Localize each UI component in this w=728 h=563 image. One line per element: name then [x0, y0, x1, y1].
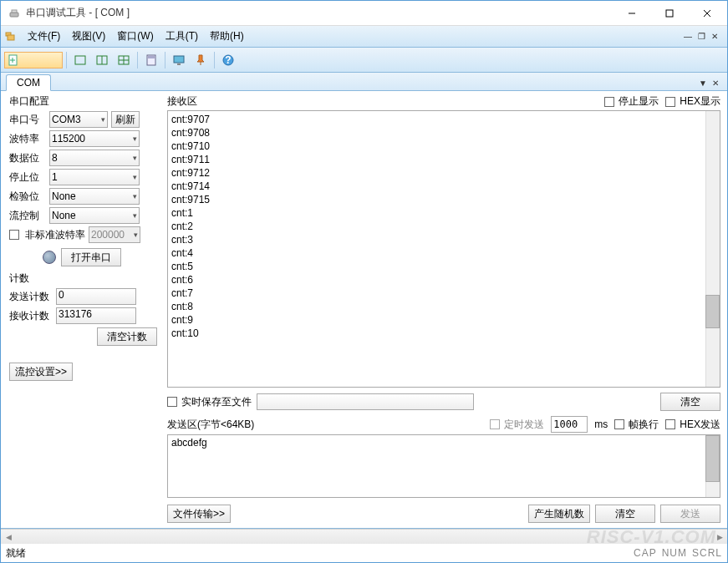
flow-ctrl-select[interactable]: None▾ — [49, 207, 140, 224]
menu-tool[interactable]: 工具(T) — [160, 28, 203, 45]
svg-rect-19 — [174, 56, 184, 63]
serial-config-title: 串口配置 — [9, 94, 157, 109]
save-to-file-label: 实时保存至文件 — [181, 395, 252, 409]
hex-send-checkbox[interactable] — [665, 419, 675, 429]
send-content: abcdefg — [171, 437, 207, 449]
nonstd-baud-checkbox[interactable] — [9, 230, 19, 240]
timed-send-unit: ms — [594, 418, 608, 430]
window-title: 串口调试工具 - [ COM ] — [26, 6, 613, 20]
receive-textarea[interactable]: cnt:9707 cnt:9708 cnt:9710 cnt:9711 cnt:… — [167, 110, 720, 388]
stop-bits-label: 停止位 — [9, 170, 46, 185]
tx-scrollbar[interactable] — [705, 435, 720, 497]
mdi-close-icon[interactable]: ✕ — [709, 31, 720, 43]
baud-select[interactable]: 115200▾ — [49, 130, 140, 147]
refresh-button[interactable]: 刷新 — [111, 111, 140, 128]
svg-text:?: ? — [225, 54, 231, 66]
toolbar-new-icon[interactable] — [4, 52, 63, 68]
timed-send-interval-input[interactable] — [551, 416, 588, 433]
status-bar: 就绪 CAP NUM SCRL — [1, 544, 727, 562]
menu-bar: 文件(F) 视图(V) 窗口(W) 工具(T) 帮助(H) — ❐ ✕ — [1, 26, 727, 48]
horizontal-scrollbar[interactable]: ◀ ▶ — [1, 529, 727, 544]
send-count-field[interactable]: 0 — [56, 288, 136, 305]
svg-rect-3 — [666, 10, 673, 17]
menu-app-icon — [4, 30, 18, 43]
gen-random-button[interactable]: 产生随机数 — [528, 505, 590, 523]
chevron-down-icon: ▾ — [133, 154, 137, 162]
flow-ctrl-label: 流控制 — [9, 209, 46, 223]
svg-rect-18 — [148, 56, 155, 58]
status-scrl: SCRL — [692, 547, 722, 559]
mdi-minimize-icon[interactable]: — — [682, 31, 694, 43]
right-panel: 接收区 停止显示 HEX显示 cnt:9707 cnt:9708 cnt:971… — [164, 91, 727, 528]
status-ready: 就绪 — [6, 546, 26, 560]
document-tab-row: COM ▼ ✕ — [1, 73, 727, 91]
toolbar-monitor-icon[interactable] — [169, 50, 189, 70]
tx-clear-button[interactable]: 清空 — [595, 505, 655, 523]
mdi-restore-icon[interactable]: ❐ — [695, 31, 707, 43]
chevron-down-icon: ▾ — [134, 231, 138, 239]
status-num: NUM — [662, 547, 687, 559]
svg-rect-11 — [75, 56, 85, 64]
status-caps: CAP — [634, 547, 657, 559]
save-to-file-checkbox[interactable] — [167, 397, 177, 407]
tab-com[interactable]: COM — [6, 74, 51, 91]
stop-display-label: 停止显示 — [619, 94, 659, 109]
send-button[interactable]: 发送 — [660, 505, 720, 523]
file-transfer-button[interactable]: 文件传输>> — [167, 505, 231, 523]
rx-title: 接收区 — [167, 94, 197, 109]
client-area: 串口配置 串口号 COM3▾ 刷新 波特率 115200▾ 数据位 8▾ 停止位… — [1, 91, 727, 529]
baud-label: 波特率 — [9, 132, 46, 146]
tab-close-icon[interactable]: ✕ — [712, 79, 722, 89]
toolbar-layout2-icon[interactable] — [92, 50, 112, 70]
port-select[interactable]: COM3▾ — [49, 111, 108, 128]
chevron-down-icon: ▾ — [133, 192, 137, 200]
hex-display-label: HEX显示 — [680, 94, 720, 109]
stop-display-checkbox[interactable] — [604, 97, 614, 107]
nonstd-baud-select: 200000▾ — [89, 226, 140, 243]
recv-count-field[interactable]: 313176 — [56, 307, 136, 324]
svg-rect-7 — [8, 35, 14, 40]
toolbar-help-icon[interactable]: ? — [218, 50, 238, 70]
flowctrl-settings-button[interactable]: 流控设置>> — [9, 363, 73, 381]
rx-scrollbar[interactable] — [705, 111, 720, 387]
menu-view[interactable]: 视图(V) — [67, 28, 110, 45]
linewrap-label: 帧换行 — [629, 418, 659, 432]
menu-help[interactable]: 帮助(H) — [205, 28, 249, 45]
maximize-button[interactable] — [650, 2, 688, 25]
tx-title: 发送区(字节<64KB) — [167, 418, 254, 432]
port-status-led-icon — [43, 251, 56, 264]
stop-bits-select[interactable]: 1▾ — [49, 169, 140, 185]
data-bits-select[interactable]: 8▾ — [49, 150, 140, 166]
rx-clear-button[interactable]: 清空 — [660, 393, 720, 411]
chevron-down-icon: ▾ — [133, 173, 137, 181]
toolbar-pin-icon[interactable] — [191, 50, 211, 70]
data-bits-label: 数据位 — [9, 151, 46, 165]
hscroll-right-icon[interactable]: ▶ — [712, 530, 727, 545]
left-panel: 串口配置 串口号 COM3▾ 刷新 波特率 115200▾ 数据位 8▾ 停止位… — [1, 91, 164, 528]
parity-select[interactable]: None▾ — [49, 188, 140, 205]
chevron-down-icon: ▾ — [133, 211, 137, 220]
close-button[interactable] — [688, 2, 725, 25]
hex-send-label: HEX发送 — [680, 418, 720, 432]
linewrap-checkbox[interactable] — [614, 419, 624, 429]
menu-window[interactable]: 窗口(W) — [112, 28, 158, 45]
minimize-button[interactable] — [613, 2, 650, 25]
send-textarea[interactable]: abcdefg — [167, 434, 720, 498]
toolbar-layout3-icon[interactable] — [114, 50, 134, 70]
toolbar-calc-icon[interactable] — [141, 50, 161, 70]
save-file-path-input[interactable] — [257, 393, 474, 410]
nonstd-baud-label: 非标准波特率 — [25, 228, 85, 242]
clear-counter-button[interactable]: 清空计数 — [97, 327, 157, 346]
parity-label: 检验位 — [9, 190, 46, 204]
menu-file[interactable]: 文件(F) — [23, 28, 65, 45]
hscroll-left-icon[interactable]: ◀ — [1, 530, 16, 545]
timed-send-checkbox[interactable] — [490, 419, 500, 429]
counter-title: 计数 — [9, 271, 157, 286]
toolbar-layout1-icon[interactable] — [70, 50, 90, 70]
tab-dropdown-icon[interactable]: ▼ — [699, 79, 709, 89]
hex-display-checkbox[interactable] — [665, 97, 675, 107]
open-port-button[interactable]: 打开串口 — [61, 248, 121, 266]
svg-rect-1 — [12, 10, 17, 13]
chevron-down-icon: ▾ — [101, 115, 105, 124]
send-count-label: 发送计数 — [9, 290, 56, 304]
